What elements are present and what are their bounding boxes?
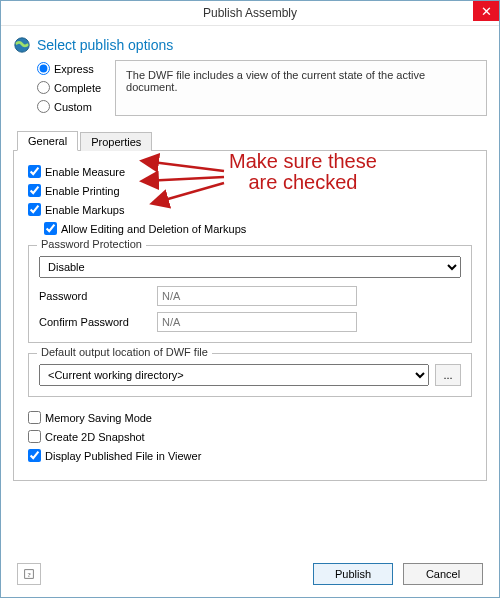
confirm-password-label: Confirm Password — [39, 316, 149, 328]
bottom-checks: Memory Saving Mode Create 2D Snapshot Di… — [28, 411, 472, 462]
password-protection-select[interactable]: Disable — [39, 256, 461, 278]
check-memory-saving[interactable]: Memory Saving Mode — [28, 411, 472, 424]
publish-type-row: Express Complete Custom The DWF file inc… — [37, 60, 487, 116]
check-enable-markups-label: Enable Markups — [45, 204, 125, 216]
output-location-legend: Default output location of DWF file — [37, 346, 212, 358]
cancel-button[interactable]: Cancel — [403, 563, 483, 585]
help-icon: ? — [24, 567, 34, 581]
close-icon: ✕ — [481, 5, 492, 18]
confirm-password-input — [157, 312, 357, 332]
close-button[interactable]: ✕ — [473, 1, 499, 21]
check-enable-markups[interactable]: Enable Markups — [28, 203, 472, 216]
check-allow-edit-markups-label: Allow Editing and Deletion of Markups — [61, 223, 246, 235]
help-button[interactable]: ? — [17, 563, 41, 585]
svg-text:?: ? — [27, 571, 30, 579]
check-allow-edit-markups[interactable]: Allow Editing and Deletion of Markups — [44, 222, 472, 235]
radio-complete-label: Complete — [54, 82, 101, 94]
section-header: Select publish options — [13, 36, 487, 54]
radio-custom-input[interactable] — [37, 100, 50, 113]
tab-strip: General Properties — [13, 130, 487, 151]
check-enable-measure-input[interactable] — [28, 165, 41, 178]
check-create-snapshot-input[interactable] — [28, 430, 41, 443]
check-display-in-viewer-input[interactable] — [28, 449, 41, 462]
window-title: Publish Assembly — [203, 6, 297, 20]
password-input — [157, 286, 357, 306]
radio-express-input[interactable] — [37, 62, 50, 75]
check-create-snapshot-label: Create 2D Snapshot — [45, 431, 145, 443]
tab-panel-general: Enable Measure Enable Printing Enable Ma… — [13, 151, 487, 481]
check-display-in-viewer-label: Display Published File in Viewer — [45, 450, 201, 462]
radio-express[interactable]: Express — [37, 62, 101, 75]
titlebar: Publish Assembly ✕ — [1, 1, 499, 26]
check-memory-saving-label: Memory Saving Mode — [45, 412, 152, 424]
dialog-button-row: Publish Cancel — [313, 563, 483, 585]
check-enable-markups-input[interactable] — [28, 203, 41, 216]
radio-express-label: Express — [54, 63, 94, 75]
radio-complete-input[interactable] — [37, 81, 50, 94]
publish-assembly-dialog: Publish Assembly ✕ Select publish option… — [0, 0, 500, 598]
browse-button[interactable]: ... — [435, 364, 461, 386]
output-location-group: Default output location of DWF file <Cur… — [28, 353, 472, 397]
dialog-body: Select publish options Express Complete … — [1, 26, 499, 491]
tab-general[interactable]: General — [17, 131, 78, 151]
output-location-select[interactable]: <Current working directory> — [39, 364, 429, 386]
globe-icon — [13, 36, 31, 54]
check-enable-measure[interactable]: Enable Measure — [28, 165, 472, 178]
check-enable-printing-label: Enable Printing — [45, 185, 120, 197]
tab-general-label: General — [28, 135, 67, 147]
radio-custom-label: Custom — [54, 101, 92, 113]
radio-complete[interactable]: Complete — [37, 81, 101, 94]
publish-type-radios: Express Complete Custom — [37, 60, 101, 115]
publish-button[interactable]: Publish — [313, 563, 393, 585]
radio-custom[interactable]: Custom — [37, 100, 101, 113]
header-title: Select publish options — [37, 37, 173, 53]
check-create-snapshot[interactable]: Create 2D Snapshot — [28, 430, 472, 443]
password-label: Password — [39, 290, 149, 302]
check-enable-printing[interactable]: Enable Printing — [28, 184, 472, 197]
password-protection-legend: Password Protection — [37, 238, 146, 250]
password-protection-group: Password Protection Disable Password Con… — [28, 245, 472, 343]
check-allow-edit-markups-input[interactable] — [44, 222, 57, 235]
check-enable-measure-label: Enable Measure — [45, 166, 125, 178]
description-box: The DWF file includes a view of the curr… — [115, 60, 487, 116]
tab-properties-label: Properties — [91, 136, 141, 148]
tab-properties[interactable]: Properties — [80, 132, 152, 151]
check-memory-saving-input[interactable] — [28, 411, 41, 424]
check-enable-printing-input[interactable] — [28, 184, 41, 197]
check-display-in-viewer[interactable]: Display Published File in Viewer — [28, 449, 472, 462]
